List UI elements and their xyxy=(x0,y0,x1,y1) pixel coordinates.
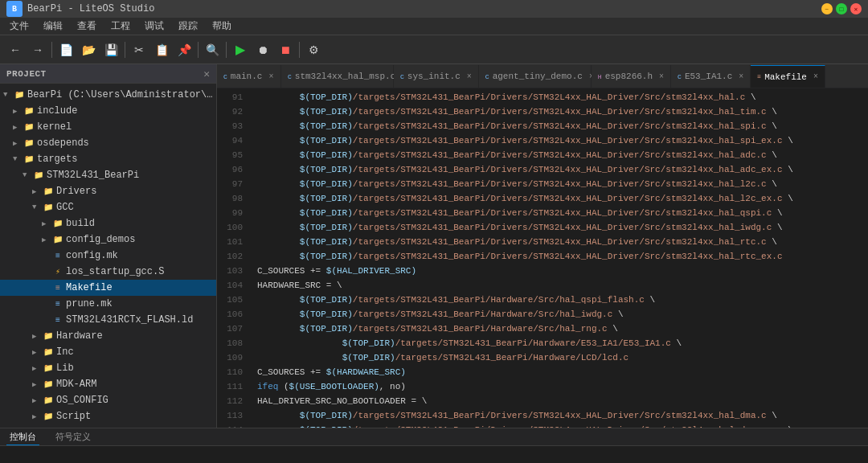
sidebar-item-hardware[interactable]: ▶📁Hardware xyxy=(0,328,216,344)
code-content[interactable]: $(TOP_DIR)/targets/STM32L431_BearPi/Driv… xyxy=(249,88,868,428)
minimize-button[interactable]: − xyxy=(821,3,833,14)
sidebar-item-kernel[interactable]: ▶📁kernel xyxy=(0,119,216,135)
sidebar-close-btn[interactable]: ✕ xyxy=(203,68,210,80)
line-number-99: 99 xyxy=(217,206,243,220)
sidebar-item-inc[interactable]: ▶📁Inc xyxy=(0,344,216,360)
sidebar-item-config_demos[interactable]: ▶📁config_demos xyxy=(0,232,216,248)
sidebar-item-gcc[interactable]: ▼📁GCC xyxy=(0,199,216,215)
toolbar-forward-btn[interactable]: → xyxy=(27,39,48,60)
tree-label-src: Src xyxy=(56,427,74,428)
tab-E53_IA1-c[interactable]: CE53_IA1.c × xyxy=(671,65,751,88)
sidebar-tree: ▼📁BearPi (C:\Users\Administrator\Deskt..… xyxy=(0,84,216,428)
line-number-98: 98 xyxy=(217,191,243,206)
line-number-96: 96 xyxy=(217,162,243,177)
tree-label-build: build xyxy=(66,218,95,229)
tree-label-makefile: Makefile xyxy=(66,282,113,293)
sidebar-item-lib[interactable]: ▶📁Lib xyxy=(0,360,216,376)
line-number-92: 92 xyxy=(217,104,243,119)
tree-icon-os-config: 📁 xyxy=(42,395,55,405)
sidebar-item-build[interactable]: ▶📁build xyxy=(0,215,216,232)
line-number-106: 106 xyxy=(217,307,243,322)
bottom-tab-控制台[interactable]: 控制台 xyxy=(6,429,39,445)
bottom-tab-符号定义[interactable]: 符号定义 xyxy=(52,429,94,445)
tab-main-c[interactable]: Cmain.c × xyxy=(217,65,281,88)
window-controls: − □ ✕ xyxy=(821,3,862,14)
code-line-114: HAL_DRIVER_SRC_NO_BOOTLOADER = \ xyxy=(257,394,868,408)
sidebar-item-drivers[interactable]: ▶📁Drivers xyxy=(0,183,216,199)
line-number-97: 97 xyxy=(217,177,243,191)
bottom-tabs: 控制台符号定义 xyxy=(0,428,868,446)
window-title: BearPi - LiteOS Studio xyxy=(27,3,821,14)
sidebar-item-os-config[interactable]: ▶📁OS_CONFIG xyxy=(0,392,216,408)
sidebar-item-config_mk[interactable]: ≡config.mk xyxy=(0,248,216,264)
tree-icon-mdk-arm: 📁 xyxy=(42,379,55,389)
sidebar-item-osdepends[interactable]: ▶📁osdepends xyxy=(0,135,216,151)
toolbar-copy-btn[interactable]: 📋 xyxy=(151,39,172,60)
toolbar-paste-btn[interactable]: 📌 xyxy=(174,39,194,60)
line-number-93: 93 xyxy=(217,119,243,133)
tab-agent_tiny_demo-c[interactable]: Cagent_tiny_demo.c × xyxy=(479,65,592,88)
sidebar-item-stm32l431[interactable]: ▼📁STM32L431_BearPi xyxy=(0,167,216,183)
line-number-112: 112 xyxy=(217,394,243,408)
toolbar-back-btn[interactable]: ← xyxy=(5,39,26,60)
code-line-94: $(TOP_DIR)/targets/STM32L431_BearPi/Driv… xyxy=(257,133,868,148)
code-line-110: $(TOP_DIR)/targets/STM32L431_BearPi/Hard… xyxy=(257,350,868,365)
toolbar-sep-3 xyxy=(198,42,199,58)
toolbar-search-btn[interactable]: 🔍 xyxy=(202,39,223,60)
close-button[interactable]: ✕ xyxy=(850,3,862,14)
menu-item-帮助[interactable]: 帮助 xyxy=(206,18,238,35)
tree-arrow-config_demos: ▶ xyxy=(42,236,51,244)
tab-type-indicator: C xyxy=(678,73,682,80)
toolbar-build-btn[interactable]: ▶ xyxy=(230,39,251,60)
code-line-111: C_SOURCES += $(HARDWARE_SRC) xyxy=(257,365,868,379)
tab-type-indicator: H xyxy=(598,73,602,80)
tree-label-targets: targets xyxy=(37,154,77,165)
tab-close-btn[interactable]: × xyxy=(813,72,818,81)
tab-Makefile[interactable]: ≡Makefile × xyxy=(751,65,825,88)
tab-close-btn[interactable]: × xyxy=(739,72,743,81)
sidebar-item-stm32flash[interactable]: ≡STM32L431RCTx_FLASH.ld xyxy=(0,312,216,328)
sidebar-item-targets[interactable]: ▼📁targets xyxy=(0,151,216,167)
tree-label-stm32flash: STM32L431RCTx_FLASH.ld xyxy=(66,314,193,326)
tree-icon-stm32flash: ≡ xyxy=(51,316,64,325)
code-line-116: $(TOP_DIR)/targets/STM32L431_BearPi/Driv… xyxy=(257,423,868,428)
toolbar-open-btn[interactable]: 📂 xyxy=(78,39,99,60)
tab-esp8266-h[interactable]: Hesp8266.h × xyxy=(592,65,671,88)
sidebar-item-prune_mk[interactable]: ≡prune.mk xyxy=(0,296,216,312)
sidebar-title: Project xyxy=(6,69,47,79)
tab-close-btn[interactable]: × xyxy=(659,72,664,81)
code-line-98: $(TOP_DIR)/targets/STM32L431_BearPi/Driv… xyxy=(257,191,868,206)
menu-item-调试[interactable]: 调试 xyxy=(138,18,170,35)
toolbar-new-btn[interactable]: 📄 xyxy=(55,39,76,60)
tree-arrow-kernel: ▶ xyxy=(13,123,23,132)
sidebar-item-makefile[interactable]: ≡Makefile xyxy=(0,280,216,296)
sidebar-item-bearpi-root[interactable]: ▼📁BearPi (C:\Users\Administrator\Deskt..… xyxy=(0,87,216,103)
menu-item-工程[interactable]: 工程 xyxy=(104,18,137,35)
tab-close-btn[interactable]: × xyxy=(268,72,273,81)
code-container[interactable]: 9192939495969798991001011021031041051061… xyxy=(217,88,868,428)
toolbar-debug-btn[interactable]: ⏺ xyxy=(252,39,273,60)
toolbar-cut-btn[interactable]: ✂ xyxy=(129,39,149,60)
toolbar-save-btn[interactable]: 💾 xyxy=(100,39,121,60)
sidebar: Project ✕ ▼📁BearPi (C:\Users\Administrat… xyxy=(0,64,217,428)
code-line-105: HARDWARE_SRC = \ xyxy=(257,278,868,293)
tree-icon-include: 📁 xyxy=(23,106,35,116)
maximize-button[interactable]: □ xyxy=(836,3,847,14)
sidebar-item-src[interactable]: ▶📁Src xyxy=(0,424,216,428)
tree-icon-los_startup: ⚡ xyxy=(51,267,64,277)
sidebar-item-include[interactable]: ▶📁include xyxy=(0,103,216,119)
sidebar-item-mdk-arm[interactable]: ▶📁MDK-ARM xyxy=(0,376,216,392)
tab-close-btn[interactable]: × xyxy=(467,72,472,81)
tab-sys_init-c[interactable]: Csys_init.c × xyxy=(394,65,479,88)
tab-stm32l4xx_hal_msp-c[interactable]: Cstm32l4xx_hal_msp.c × xyxy=(281,65,394,88)
menu-item-文件[interactable]: 文件 xyxy=(3,18,35,35)
sidebar-item-los_startup[interactable]: ⚡los_startup_gcc.S xyxy=(0,264,216,280)
menu-item-查看[interactable]: 查看 xyxy=(71,18,103,35)
toolbar-stop-btn[interactable]: ⏹ xyxy=(275,39,296,60)
sidebar-item-script[interactable]: ▶📁Script xyxy=(0,408,216,424)
menu-item-编辑[interactable]: 编辑 xyxy=(37,18,69,35)
toolbar: ← → 📄 📂 💾 ✂ 📋 📌 🔍 ▶ ⏺ ⏹ ⚙ xyxy=(0,35,868,64)
tree-label-lib: Lib xyxy=(56,363,74,374)
menu-item-跟踪[interactable]: 跟踪 xyxy=(172,18,204,35)
toolbar-settings-btn[interactable]: ⚙ xyxy=(303,39,324,60)
